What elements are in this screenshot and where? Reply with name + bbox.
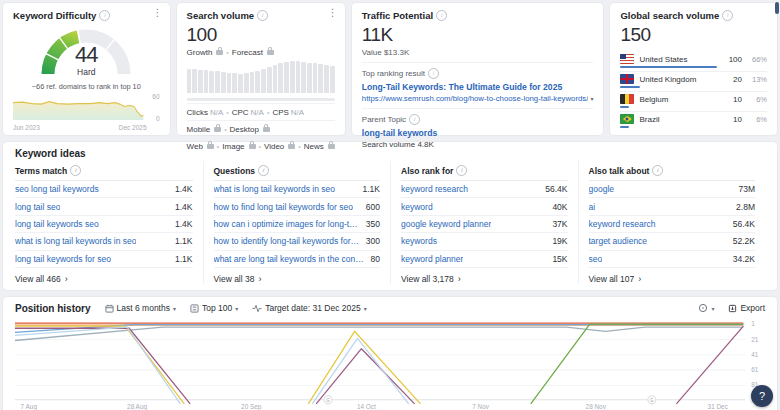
keyword-link[interactable]: seo long tail keywords <box>15 184 99 194</box>
keyword-link[interactable]: what are long tail keywords in the conte… <box>214 254 365 264</box>
keyword-row: how to identify long-tail keywords for l… <box>214 233 381 250</box>
scrollbar-thumb[interactable] <box>775 2 779 14</box>
keyword-ideas-title: Keyword ideas <box>15 148 765 159</box>
help-button[interactable]: ? <box>751 385 773 407</box>
position-history-chart[interactable]: 121416181100GG7 Aug28 Aug20 Sep14 Oct7 N… <box>15 318 765 410</box>
info-icon[interactable]: i <box>652 165 663 176</box>
keyword-volume: 56.4K <box>733 219 755 229</box>
info-icon[interactable]: i <box>722 10 733 21</box>
volume-bar <box>244 73 249 93</box>
country-percent: 6% <box>747 95 767 104</box>
view-all-link[interactable]: View all 107› <box>589 268 756 284</box>
top-ranking-url-link[interactable]: https://www.semrush.com/blog/how-to-choo… <box>362 94 589 103</box>
country-name: Brazil <box>639 115 711 124</box>
keyword-link[interactable]: target audience <box>589 236 648 246</box>
chevron-down-icon[interactable]: ▾ <box>590 95 593 102</box>
keyword-link[interactable]: google <box>589 184 615 194</box>
keyword-link[interactable]: long tail keywords for seo <box>15 254 111 264</box>
keyword-link[interactable]: keyword research <box>401 184 468 194</box>
metrics-row: ClicksN/A•CPCN/A•CPSN/A <box>187 103 335 120</box>
volume-bar <box>261 69 266 93</box>
country-row-united-kingdom: United Kingdom2013% <box>620 72 767 92</box>
parent-volume-label: Search volume <box>362 140 415 149</box>
top-ranking-title-link[interactable]: Long-Tail Keywords: The Ultimate Guide f… <box>362 82 594 92</box>
series-line-lightblue-b[interactable] <box>312 338 408 403</box>
keyword-link[interactable]: how to identify long-tail keywords for l… <box>214 236 360 246</box>
keyword-link[interactable]: keywords <box>401 236 437 246</box>
metric-news[interactable]: News <box>304 142 335 151</box>
metric-image[interactable]: Image <box>222 142 255 151</box>
keyword-link[interactable]: keyword <box>401 202 433 212</box>
clicks-distribution-bar <box>187 98 335 101</box>
metric-label: Video <box>264 142 284 151</box>
kebab-menu-icon[interactable]: ⋮ <box>328 8 338 18</box>
metric-web[interactable]: Web <box>187 142 214 151</box>
keyword-row: google73M <box>589 181 756 198</box>
keyword-volume: 37K <box>552 219 567 229</box>
metric-value: N/A <box>210 108 223 117</box>
metric-growth[interactable]: Growth <box>187 48 224 57</box>
metric-cpc[interactable]: CPCN/A <box>232 108 264 117</box>
column-header-label: Also rank for <box>401 166 453 176</box>
volume-bar <box>221 72 226 93</box>
keyword-link[interactable]: seo <box>589 254 603 264</box>
card-header: Traffic Potential i <box>362 10 594 21</box>
keyword-link[interactable]: what is long tail keywords in seo <box>214 184 335 194</box>
export-button[interactable]: Export <box>728 303 765 313</box>
keyword-link[interactable]: what is long tail keywords in seo <box>15 236 136 246</box>
metric-cps[interactable]: CPSN/A <box>272 108 304 117</box>
series-line-purple-c[interactable] <box>676 326 743 404</box>
info-icon[interactable]: i <box>456 165 467 176</box>
keyword-volume: 19K <box>552 236 567 246</box>
filter-top-positions[interactable]: Top 100 ▾ <box>190 303 238 313</box>
info-icon[interactable]: i <box>99 10 110 21</box>
kebab-menu-icon[interactable]: ⋮ <box>153 8 163 18</box>
bullet-separator: • <box>224 126 226 133</box>
keyword-link[interactable]: keyword research <box>589 219 656 229</box>
parent-topic-link[interactable]: long-tail keywords <box>362 128 594 138</box>
info-icon[interactable]: i <box>257 10 268 21</box>
info-icon[interactable]: i <box>436 10 447 21</box>
view-all-link[interactable]: View all 466› <box>15 268 193 284</box>
keyword-volume: 1.4K <box>175 202 193 212</box>
keyword-link[interactable]: long tail keywords seo <box>15 219 99 229</box>
position-history-panel: Position history Last 6 months ▾ Top 100… <box>2 296 778 410</box>
keyword-link[interactable]: keyword planner <box>401 254 463 264</box>
volume-bar <box>250 72 255 93</box>
country-volume: 100 <box>716 55 742 64</box>
metric-clicks[interactable]: ClicksN/A <box>187 108 224 117</box>
filter-target-date-label: Target date: 31 Dec 2025 <box>265 303 360 313</box>
keyword-link[interactable]: how can i optimize images for long-tail … <box>214 219 360 229</box>
volume-bar <box>296 61 301 93</box>
keyword-link[interactable]: how to find long tail keywords for seo <box>214 202 353 212</box>
view-all-link[interactable]: View all 3,178› <box>401 268 568 284</box>
info-icon[interactable]: i <box>428 68 439 79</box>
keyword-link[interactable]: google keyword planner <box>401 219 491 229</box>
keyword-volume: 34.2K <box>733 254 755 264</box>
card-header: Global search volume i <box>620 10 767 21</box>
filter-target-date[interactable]: Target date: 31 Dec 2025 ▾ <box>252 303 366 313</box>
parent-topic-label-row: Parent Topic i <box>362 114 594 125</box>
info-icon[interactable]: i <box>70 165 81 176</box>
metric-desktop[interactable]: Desktop <box>230 125 270 134</box>
flag-icon-us <box>620 54 634 64</box>
export-icon <box>728 304 737 313</box>
info-icon[interactable]: i <box>258 165 269 176</box>
column-header: Terms matchi <box>15 161 193 181</box>
view-all-link[interactable]: View all 38› <box>214 268 381 284</box>
metric-forecast[interactable]: Forecast <box>232 48 274 57</box>
volume-bar <box>255 71 260 93</box>
annotations-button[interactable]: ▾ <box>698 303 714 313</box>
series-line-gray[interactable] <box>15 327 743 340</box>
keyword-volume: 350 <box>366 219 380 229</box>
keyword-volume: 52.2K <box>733 236 755 246</box>
keyword-link[interactable]: ai <box>589 202 596 212</box>
filter-date-range[interactable]: Last 6 months ▾ <box>105 303 176 313</box>
google-update-letter: G <box>650 397 654 402</box>
bullet-separator: • <box>267 109 269 116</box>
metric-video[interactable]: Video <box>264 142 295 151</box>
bullet-separator: • <box>259 143 261 150</box>
metric-mobile[interactable]: Mobile <box>187 125 222 134</box>
info-icon[interactable]: i <box>409 114 420 125</box>
keyword-link[interactable]: long tail seo <box>15 202 60 212</box>
